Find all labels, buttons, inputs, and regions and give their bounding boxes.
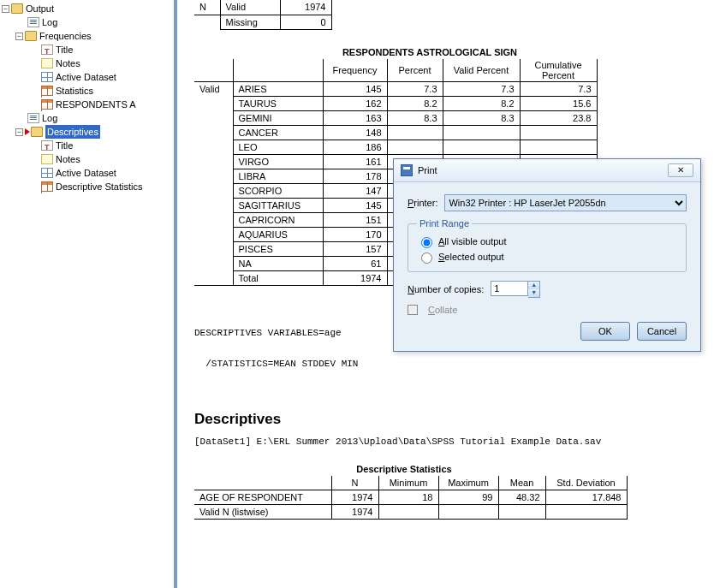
value-cell: 17.848 (545, 490, 627, 505)
radio-selected[interactable] (421, 252, 432, 264)
tree-node-log2[interactable]: Log (0, 111, 174, 125)
table-row: AGE OF RESPONDENT1974189948.3217.848 (194, 490, 627, 505)
print-range-fieldset: Print Range All visible output Selected … (408, 218, 687, 272)
valid-label-cell (194, 140, 233, 154)
spin-up[interactable]: ▲ (528, 282, 539, 289)
tree-node-active-dataset[interactable]: Active Dataset (0, 70, 174, 84)
dialog-close-button[interactable]: ✕ (668, 163, 693, 177)
astro-table-title: RESPONDENTS ASTROLOGICAL SIGN (194, 47, 665, 57)
value-cell (498, 505, 545, 520)
value-cell (520, 125, 597, 140)
tree-label: Notes (56, 152, 80, 166)
value-cell: 157 (323, 241, 387, 256)
tree-node-output[interactable]: − Output (0, 2, 174, 15)
print-dialog: Print ✕ Printer: Win32 Printer : HP Lase… (393, 158, 701, 352)
dialog-title: Print (418, 165, 437, 175)
value-cell (438, 505, 498, 520)
cell: 0 (280, 15, 331, 29)
sign-cell: GEMINI (233, 110, 323, 125)
tree-node-active-dataset2[interactable]: Active Dataset (0, 166, 174, 180)
cell: 1974 (280, 0, 331, 15)
radio-label: All visible output (438, 236, 507, 246)
value-cell: 8.3 (443, 110, 520, 125)
value-cell: 8.2 (387, 96, 443, 110)
tree-node-descriptives[interactable]: − Descriptives (0, 125, 174, 139)
tree-node-respondents[interactable]: RESPONDENTS A (0, 98, 174, 111)
value-cell: 170 (323, 227, 387, 241)
col-header: N (331, 476, 378, 490)
dialog-titlebar[interactable]: Print ✕ (394, 159, 700, 182)
desc-table-title: Descriptive Statistics (194, 464, 614, 474)
row-label: Valid N (listwise) (194, 505, 331, 520)
value-cell: 145 (323, 198, 387, 212)
syntax-line: /STATISTICS=MEAN STDDEV MIN (194, 359, 707, 369)
copies-input[interactable] (491, 281, 528, 296)
value-cell: 18 (378, 490, 438, 505)
tree-label: Log (42, 15, 57, 29)
log-icon (27, 17, 39, 27)
cancel-button[interactable]: Cancel (637, 322, 687, 341)
tree-node-statistics[interactable]: Statistics (0, 84, 174, 98)
tree-label: Descriptive Statistics (56, 180, 142, 193)
collapse-icon[interactable]: − (15, 128, 23, 136)
ok-button[interactable]: OK (580, 322, 630, 341)
print-range-legend: Print Range (417, 218, 472, 229)
sign-cell: NA (233, 256, 323, 270)
cell: Valid (220, 0, 280, 15)
tree-node-notes[interactable]: Notes (0, 56, 174, 70)
value-cell: 23.8 (520, 110, 597, 125)
title-icon (41, 140, 53, 151)
value-cell: 147 (323, 183, 387, 198)
output-tree: − Output Log − Frequencies Title Notes A… (0, 0, 176, 588)
tree-node-log[interactable]: Log (0, 15, 174, 29)
sign-cell: LEO (233, 140, 323, 154)
valid-label-cell (194, 256, 233, 270)
tree-node-frequencies[interactable]: − Frequencies (0, 29, 174, 43)
current-arrow-icon (25, 128, 30, 135)
spin-down[interactable]: ▼ (528, 289, 539, 297)
value-cell: 8.2 (443, 96, 520, 110)
col-header: Percent (387, 59, 443, 82)
valid-label-cell (194, 183, 233, 198)
tree-node-title2[interactable]: Title (0, 139, 174, 152)
collapse-icon[interactable]: − (2, 5, 9, 13)
value-cell: 61 (323, 256, 387, 270)
value-cell: 7.3 (520, 81, 597, 96)
tree-node-notes2[interactable]: Notes (0, 152, 174, 166)
tree-label: Title (56, 139, 73, 152)
sign-cell: LIBRA (233, 169, 323, 183)
value-cell: 161 (323, 154, 387, 169)
valid-label-cell (194, 154, 233, 169)
dataset-icon (41, 168, 53, 178)
value-cell (545, 505, 627, 520)
tree-label: Active Dataset (56, 166, 116, 180)
value-cell (378, 505, 438, 520)
log-icon (27, 113, 39, 123)
tree-label-selected: Descriptives (45, 125, 100, 139)
valid-label-cell (194, 212, 233, 227)
printer-label: Printer: (408, 198, 437, 208)
sign-cell: VIRGO (233, 154, 323, 169)
collapse-icon[interactable]: − (15, 33, 23, 40)
radio-all-visible[interactable] (421, 237, 432, 248)
book-icon (25, 31, 37, 41)
tree-node-desc-stats[interactable]: Descriptive Statistics (0, 180, 174, 193)
collate-label: Collate (428, 305, 457, 315)
value-cell (387, 140, 443, 154)
value-cell: 7.3 (443, 81, 520, 96)
printer-select[interactable]: Win32 Printer : HP LaserJet P2055dn (444, 194, 687, 211)
value-cell (387, 125, 443, 140)
value-cell (520, 140, 597, 154)
value-cell (443, 140, 520, 154)
col-header: Valid Percent (443, 59, 520, 82)
table-row: CANCER148 (194, 125, 597, 140)
tree-label: Statistics (56, 84, 93, 98)
col-header: Minimum (378, 476, 438, 490)
table-row: ValidARIES1457.37.37.3 (194, 81, 597, 96)
sign-cell: PISCES (233, 241, 323, 256)
value-cell: 178 (323, 169, 387, 183)
tree-label: Title (56, 43, 73, 56)
tree-label: Frequencies (39, 29, 92, 43)
value-cell (443, 125, 520, 140)
tree-node-title[interactable]: Title (0, 43, 174, 56)
